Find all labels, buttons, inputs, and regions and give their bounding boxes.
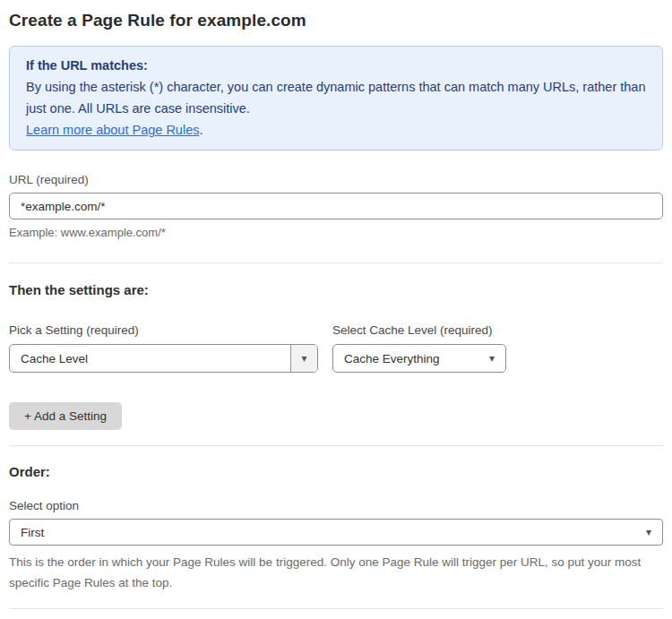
url-example-helper: Example: www.example.com/* [9, 226, 663, 239]
cache-level-value: Cache Everything [333, 352, 489, 365]
order-select-label: Select option [9, 499, 663, 512]
order-dropdown[interactable]: First ▾ [9, 519, 663, 546]
order-value: First [10, 526, 44, 539]
pick-setting-dropdown[interactable]: Cache Level ▾ [9, 344, 318, 373]
divider [9, 262, 663, 263]
settings-section-heading: Then the settings are: [9, 282, 663, 297]
url-input[interactable] [9, 193, 663, 219]
page-title: Create a Page Rule for example.com [9, 11, 663, 30]
divider [9, 608, 663, 609]
pick-setting-value: Cache Level [10, 352, 290, 365]
url-field-label: URL (required) [9, 173, 663, 186]
order-helper-text: This is the order in which your Page Rul… [9, 552, 650, 593]
link-suffix: . [199, 123, 202, 137]
info-box-body: By using the asterisk (*) character, you… [26, 76, 646, 119]
add-setting-button[interactable]: + Add a Setting [9, 402, 122, 430]
order-section-heading: Order: [9, 464, 663, 479]
chevron-down-icon: ▾ [489, 352, 505, 365]
info-box-link-line: Learn more about Page Rules. [26, 119, 646, 141]
pick-setting-group: Pick a Setting (required) Cache Level ▾ [9, 323, 318, 373]
chevron-down-icon: ▾ [290, 345, 317, 372]
cache-level-dropdown[interactable]: Cache Everything ▾ [332, 344, 506, 373]
chevron-down-icon: ▾ [646, 526, 662, 538]
cache-level-group: Select Cache Level (required) Cache Ever… [332, 323, 506, 373]
settings-row: Pick a Setting (required) Cache Level ▾ … [9, 323, 663, 373]
cache-level-label: Select Cache Level (required) [332, 323, 506, 337]
url-match-info-box: If the URL matches: By using the asteris… [9, 46, 663, 150]
learn-more-link[interactable]: Learn more about Page Rules [26, 123, 199, 137]
divider [9, 445, 663, 446]
pick-setting-label: Pick a Setting (required) [9, 323, 318, 337]
info-box-heading: If the URL matches: [26, 55, 646, 76]
